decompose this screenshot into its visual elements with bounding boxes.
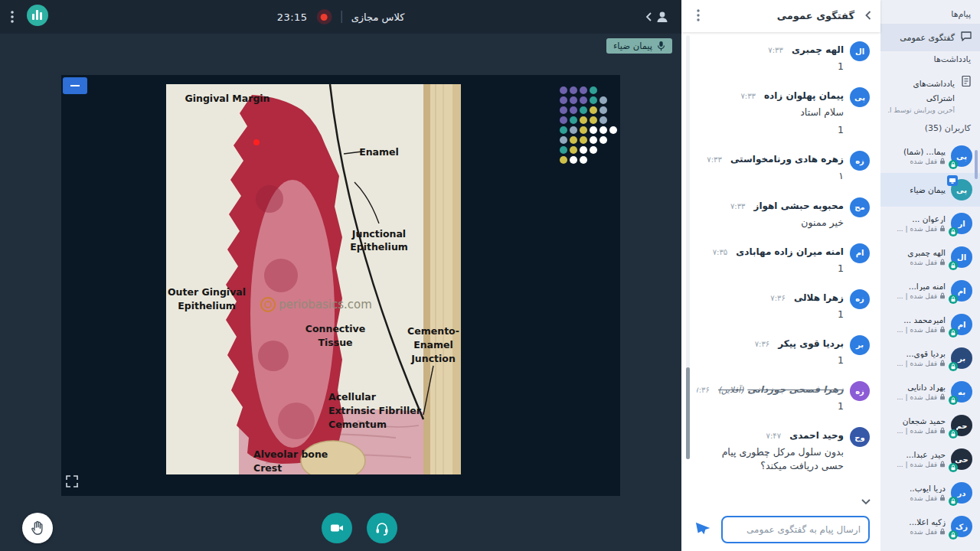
navigation-panel: پیام‌ها گفتگوی عمومی یادداشت‌ها یادداشت‌… [880,0,980,551]
user-status: قفل شده | ... [888,461,946,469]
chat-bubble-icon [960,30,972,45]
chat-options-button[interactable] [697,8,700,22]
chevron-down-icon [861,498,871,505]
user-status: قفل شده [888,494,946,503]
chat-input-row [681,508,880,551]
shared-notes-item[interactable]: یادداشت‌های اشتراکی آخرین ویرایش توسط ا.… [880,69,980,120]
recording-indicator[interactable] [317,9,332,24]
chat-input[interactable] [721,516,870,543]
chat-close-button[interactable] [864,9,873,21]
chat-message-sender: زهرا فصحی جوزدانی [747,384,844,395]
user-status: قفل شده | ... [888,225,946,233]
shared-notes-subtitle: آخرین ویرایش توسط ا... [888,106,955,114]
user-name: پیمان ضیاء [888,185,946,194]
chat-message-time: ۷:۳۳ [707,155,721,164]
lock-icon [939,326,946,334]
chat-avatar: ال [850,41,870,61]
public-chat-item[interactable]: گفتگوی عمومی [880,24,980,51]
user-list-item[interactable]: پی پیمان ضیاء [880,173,980,207]
scroll-to-bottom-button[interactable] [861,498,871,505]
user-list-item[interactable]: حی حیدر عبدا... قفل شده | ... [880,442,980,476]
laser-pointer-dot [253,139,260,145]
options-menu-button[interactable] [11,10,14,24]
chat-avatar: پی [850,87,870,107]
lock-icon [939,259,946,267]
chat-message-list[interactable]: ال الهه چمبری ۷:۳۳ 1 پی پیمان پهلوان زاد… [681,32,880,508]
chat-message-time: ۷:۳۶ [755,340,769,348]
slide-watermark: periobasics.com [279,298,372,311]
session-clock: 23:15 [277,11,308,23]
user-avatar: ال [951,246,972,268]
lock-badge-icon [949,463,958,472]
user-list-item[interactable]: حم حمید شجعان قفل شده | ... [880,409,980,442]
kebab-menu-icon [697,8,700,22]
presenter-badge: پیمان ضیاء [606,38,672,54]
send-icon [695,520,712,537]
user-status: قفل شده | ... [888,393,946,402]
user-list-item[interactable]: ار ارعوان ... قفل شده | ... [880,207,980,240]
chat-message-time: ۷:۴۷ [766,432,781,440]
user-status: قفل شده [888,528,946,536]
userlist-scrollbar-thumb[interactable] [975,150,978,179]
webcam-button[interactable] [322,513,352,543]
raise-hand-button[interactable] [22,513,53,543]
kebab-menu-icon [11,10,14,24]
chat-title: گفتگوی عمومی [777,10,854,21]
chat-message-sender: زهرا هلالی [794,292,844,303]
app-logo-icon [26,4,49,30]
expand-icon [66,475,78,487]
lock-icon [939,461,946,469]
user-list-item[interactable]: زک زکیه اعلا... قفل شده [880,510,980,543]
user-name: بهراد دانایی [888,383,946,392]
user-status: قفل شده [888,259,946,267]
minimize-presentation-button[interactable] [63,77,87,94]
camera-icon [329,520,345,536]
chat-scrollbar-thumb[interactable] [686,367,690,459]
chat-scrollbar[interactable] [686,35,690,459]
user-list-item[interactable]: ام امیرمحمد ... قفل شده | ... [880,308,980,341]
chat-message-time: ۷:۳۶ [770,294,785,302]
chat-message-text: 1 [697,308,844,321]
public-chat-label: گفتگوی عمومی [900,33,955,43]
send-message-button[interactable] [692,517,715,543]
lock-icon [939,528,946,536]
chat-avatar: مح [850,197,870,217]
user-list-item[interactable]: در دریا ایوب.. قفل شده [880,476,980,510]
audio-button[interactable] [367,513,397,543]
top-bar: 23:15 کلاس مجازی [0,0,681,34]
user-list-item[interactable]: پی پیما... (شما) قفل شده [880,139,980,173]
chat-message-time: ۷:۳۵ [713,248,727,256]
chat-message-time: ۷:۳۳ [740,92,755,100]
user-list-item[interactable]: بر بردیا قوی... قفل شده | ... [880,341,980,375]
chat-avatar: ام [850,243,870,263]
chat-message: ام امنه میران زاده مهابادی ۷:۳۵ 1 [697,243,870,276]
chat-message-text: 1 [697,399,844,413]
chat-message-text: 1 [697,60,844,73]
fullscreen-button[interactable] [66,475,78,490]
lock-badge-icon [949,362,958,371]
user-list-item[interactable]: به بهراد دانایی قفل شده | ... [880,375,980,409]
user-name: الهه چمبری [888,248,946,257]
whiteboard[interactable]: Gingival Margin Enamel JunctionalEpithel… [61,75,620,496]
user-name: حمید شجعان [888,416,946,425]
hand-icon [29,520,46,536]
chat-message-text: 1 [697,123,844,137]
user-name: ارعوان ... [888,214,946,223]
chat-message: پی پیمان پهلوان زاده ۷:۳۳ سلام استاد1 [697,87,870,137]
lock-icon [939,360,946,368]
chat-message-body: ۱ [697,169,844,183]
recording-dot-icon [321,14,328,21]
presentation-slide[interactable]: Gingival Margin Enamel JunctionalEpithel… [166,84,461,474]
user-list-item[interactable]: ال الهه چمبری قفل شده [880,240,980,274]
user-name: دریا ایوب.. [888,484,946,493]
chat-message: زه زهرا هلالی ۷:۳۶ 1 [697,289,870,321]
lock-icon [939,292,946,301]
chevron-left-icon [864,9,873,21]
toggle-userlist-button[interactable] [645,10,671,24]
chat-avatar: زه [850,289,870,309]
user-name: حیدر عبدا... [888,450,946,459]
chat-message-text: 1 [697,354,844,367]
lock-badge-icon [949,328,958,337]
user-list-item[interactable]: ام امنه میرا... قفل شده | ... [880,274,980,308]
chat-message: ال الهه چمبری ۷:۳۳ 1 [697,41,870,73]
